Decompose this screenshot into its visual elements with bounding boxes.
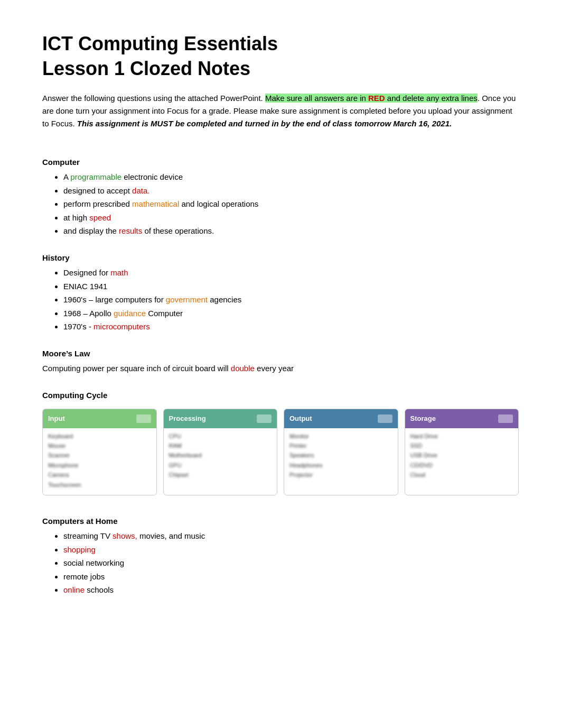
list-item: shopping: [63, 544, 519, 556]
computers-at-home-section: Computers at Home streaming TV shows, mo…: [42, 515, 519, 596]
history-section: History Designed for math ENIAC 1941 196…: [42, 252, 519, 333]
computers-at-home-list: streaming TV shows, movies, and music sh…: [63, 530, 519, 596]
programmable-word: programmable: [70, 172, 121, 181]
input-card-header: Input: [43, 409, 156, 428]
mathematical-word: mathematical: [132, 199, 179, 208]
bold-italic-text: This assignment is MUST be completed and…: [77, 119, 452, 128]
list-item: designed to accept data.: [63, 185, 519, 197]
output-card-header: Output: [284, 409, 398, 428]
guidance-word: guidance: [114, 309, 146, 318]
storage-badge: [498, 414, 513, 423]
online-word: online: [63, 585, 85, 594]
processing-card-title: Processing: [169, 413, 206, 424]
list-item: perform prescribed mathematical and logi…: [63, 198, 519, 210]
results-word: results: [119, 226, 142, 235]
list-item: and display the results of these operati…: [63, 225, 519, 237]
microcomputers-word: microcomputers: [94, 322, 150, 331]
output-card: Output Monitor Printer Speakers Headphon…: [284, 409, 398, 495]
input-card: Input Keyboard Mouse Scanner Microphone …: [42, 409, 157, 495]
list-item: 1970's - microcomputers: [63, 321, 519, 333]
processing-badge: [257, 414, 272, 423]
intro-text1: Answer the following questions using the…: [42, 94, 265, 103]
math-word: math: [110, 268, 128, 277]
computers-at-home-title: Computers at Home: [42, 515, 519, 528]
intro-paragraph: Answer the following questions using the…: [42, 92, 519, 130]
speed-word: speed: [89, 213, 111, 222]
output-card-body: Monitor Printer Speakers Headphones Proj…: [284, 428, 398, 485]
storage-card-title: Storage: [410, 413, 436, 424]
storage-card: Storage Hard Drive SSD USB Drive CD/DVD …: [405, 409, 519, 495]
processing-card: Processing CPU RAM Motherboard GPU Chips…: [163, 409, 278, 495]
list-item: 1968 – Apollo guidance Computer: [63, 308, 519, 320]
output-badge: [378, 414, 392, 423]
list-item: at high speed: [63, 212, 519, 224]
data-word: data.: [132, 186, 149, 195]
processing-card-body: CPU RAM Motherboard GPU Chipset: [164, 428, 277, 485]
government-word: government: [166, 295, 208, 304]
processing-card-header: Processing: [164, 409, 277, 428]
input-card-title: Input: [48, 413, 65, 424]
storage-card-body: Hard Drive SSD USB Drive CD/DVD Cloud: [405, 428, 519, 485]
red-word: RED: [368, 94, 385, 103]
list-item: remote jobs: [63, 571, 519, 583]
page-title: ICT Computing Essentials Lesson 1 Clozed…: [42, 32, 519, 81]
computing-cycle-section: Computing Cycle Input Keyboard Mouse Sca…: [42, 390, 519, 495]
double-word: double: [231, 364, 255, 373]
computer-title: Computer: [42, 156, 519, 169]
list-item: online schools: [63, 584, 519, 596]
list-item: social networking: [63, 557, 519, 569]
input-badge: [136, 414, 151, 423]
computer-section: Computer A programmable electronic devic…: [42, 156, 519, 237]
history-title: History: [42, 252, 519, 264]
moores-law-section: Moore’s Law Computing power per square i…: [42, 348, 519, 375]
history-list: Designed for math ENIAC 1941 1960's – la…: [63, 267, 519, 333]
list-item: Designed for math: [63, 267, 519, 279]
list-item: 1960's – large computers for government …: [63, 294, 519, 306]
intro-highlight: Make sure all answers are in RED and del…: [265, 94, 478, 103]
list-item: ENIAC 1941: [63, 281, 519, 293]
output-card-title: Output: [289, 413, 312, 424]
list-item: streaming TV shows, movies, and music: [63, 530, 519, 542]
shows-word: shows,: [113, 531, 137, 540]
moores-law-text: Computing power per square inch of circu…: [42, 363, 519, 375]
shopping-word: shopping: [63, 545, 96, 554]
list-item: A programmable electronic device: [63, 171, 519, 183]
storage-card-header: Storage: [405, 409, 519, 428]
computing-cycle-grid: Input Keyboard Mouse Scanner Microphone …: [42, 409, 519, 495]
moores-law-title: Moore’s Law: [42, 348, 519, 360]
computer-list: A programmable electronic device designe…: [63, 171, 519, 237]
input-card-body: Keyboard Mouse Scanner Microphone Camera…: [43, 428, 156, 495]
computing-cycle-title: Computing Cycle: [42, 390, 519, 402]
